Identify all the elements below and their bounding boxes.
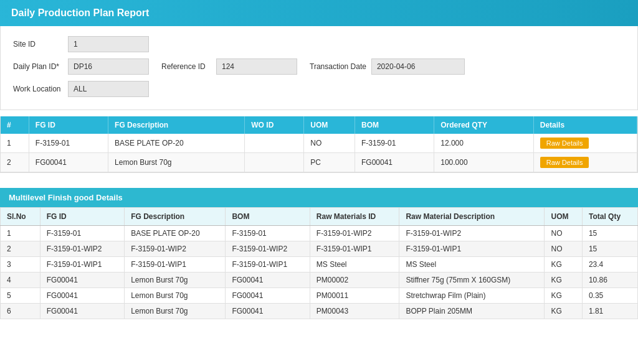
cell-fg-id: FG00041 [29,153,108,172]
multilevel-table: Sl.No FG ID FG Description BOM Raw Mater… [0,207,638,319]
ml-cell-fg-desc: Lemon Burst 70g [125,288,226,304]
ml-cell-fg-id: F-3159-01-WIP1 [40,257,124,273]
multilevel-header-row: Sl.No FG ID FG Description BOM Raw Mater… [1,208,638,226]
col-num: # [1,116,29,134]
cell-num: 2 [1,153,29,172]
ml-cell-total-qty: 0.35 [582,288,637,304]
table-row: 1 F-3159-01 BASE PLATE OP-20 NO F-3159-0… [1,134,637,153]
ml-cell-rm-id: PM00043 [310,304,399,319]
cell-details: Raw Details [533,134,637,153]
ml-col-fg-id: FG ID [40,208,124,226]
ml-col-bom: BOM [226,208,310,226]
ml-cell-rm-id: PM00011 [310,288,399,304]
cell-ordered-qty: 100.000 [434,153,534,172]
top-table-section: # FG ID FG Description WO ID UOM BOM Ord… [0,116,638,173]
ml-cell-rm-id: MS Steel [310,257,399,273]
list-item: 5 FG00041 Lemon Burst 70g FG00041 PM0001… [1,288,638,304]
cell-bom: F-3159-01 [355,134,434,153]
ml-col-rm-desc: Raw Material Description [399,208,545,226]
ml-cell-slno: 5 [1,288,40,304]
ml-cell-slno: 6 [1,304,40,319]
col-uom: UOM [304,116,355,134]
ml-cell-total-qty: 15 [582,226,637,241]
work-location-label: Work Location [13,85,63,93]
ml-cell-total-qty: 15 [582,241,637,257]
ml-col-slno: Sl.No [1,208,40,226]
ml-cell-fg-desc: F-3159-01-WIP1 [125,257,226,273]
ml-cell-bom: F-3159-01 [226,226,310,241]
site-id-field: Site ID [13,36,149,52]
page-wrapper: Daily Production Plan Report Site ID Dai… [0,0,638,319]
cell-bom: FG00041 [355,153,434,172]
cell-ordered-qty: 12.000 [434,134,534,153]
ml-cell-rm-desc: BOPP Plain 205MM [399,304,545,319]
ml-cell-fg-desc: BASE PLATE OP-20 [125,226,226,241]
page-title: Daily Production Plan Report [11,7,149,18]
cell-fg-id: F-3159-01 [29,134,108,153]
work-location-input[interactable] [68,81,149,97]
cell-wo-id [245,134,304,153]
daily-plan-id-input[interactable] [68,58,149,75]
ml-col-uom: UOM [545,208,582,226]
reference-id-label: Reference ID [161,62,211,71]
list-item: 4 FG00041 Lemon Burst 70g FG00041 PM0000… [1,273,638,288]
ml-cell-total-qty: 23.4 [582,257,637,273]
ml-col-total-qty: Total Qty [582,208,637,226]
cell-fg-desc: BASE PLATE OP-20 [108,134,245,153]
ml-cell-rm-desc: MS Steel [399,257,545,273]
site-id-label: Site ID [13,40,63,49]
ml-cell-rm-desc: Stiffner 75g (75mm X 160GSM) [399,273,545,288]
ml-cell-bom: FG00041 [226,304,310,319]
main-table: # FG ID FG Description WO ID UOM BOM Ord… [1,116,637,172]
cell-details: Raw Details [533,153,637,172]
site-id-input[interactable] [68,36,149,52]
col-fg-desc: FG Description [108,116,245,134]
ml-cell-rm-desc: F-3159-01-WIP1 [399,241,545,257]
ml-cell-fg-id: FG00041 [40,273,124,288]
ml-cell-fg-id: F-3159-01 [40,226,124,241]
list-item: 1 F-3159-01 BASE PLATE OP-20 F-3159-01 F… [1,226,638,241]
transaction-date-field: Transaction Date [310,58,465,75]
col-wo-id: WO ID [245,116,304,134]
reference-id-field: Reference ID [161,58,297,75]
ml-cell-rm-id: F-3159-01-WIP1 [310,241,399,257]
ml-cell-rm-desc: Stretchwrap Film (Plain) [399,288,545,304]
ml-cell-rm-desc: F-3159-01-WIP2 [399,226,545,241]
ml-col-fg-desc: FG Description [125,208,226,226]
page-header: Daily Production Plan Report [0,0,638,26]
transaction-date-label: Transaction Date [310,62,366,71]
transaction-date-input[interactable] [371,58,465,75]
cell-wo-id [245,153,304,172]
cell-uom: NO [304,134,355,153]
raw-details-button[interactable]: Raw Details [540,157,589,168]
multilevel-title: Multilevel Finish good Details [9,193,123,202]
form-section: Site ID Daily Plan ID* Reference ID Tran… [0,26,638,110]
ml-cell-bom: F-3159-01-WIP1 [226,257,310,273]
ml-cell-total-qty: 1.81 [582,304,637,319]
reference-id-input[interactable] [216,58,297,75]
ml-cell-slno: 1 [1,226,40,241]
ml-cell-uom: NO [545,226,582,241]
ml-cell-slno: 4 [1,273,40,288]
col-fg-id: FG ID [29,116,108,134]
ml-cell-fg-id: F-3159-01-WIP2 [40,241,124,257]
daily-plan-id-label: Daily Plan ID* [13,62,63,71]
ml-cell-uom: NO [545,241,582,257]
ml-cell-bom: F-3159-01-WIP2 [226,241,310,257]
ml-cell-bom: FG00041 [226,273,310,288]
ml-cell-fg-id: FG00041 [40,288,124,304]
list-item: 2 F-3159-01-WIP2 F-3159-01-WIP2 F-3159-0… [1,241,638,257]
ml-cell-fg-desc: Lemon Burst 70g [125,273,226,288]
ml-cell-fg-desc: Lemon Burst 70g [125,304,226,319]
cell-uom: PC [304,153,355,172]
ml-cell-rm-id: F-3159-01-WIP2 [310,226,399,241]
form-row-3: Work Location [13,81,625,97]
list-item: 3 F-3159-01-WIP1 F-3159-01-WIP1 F-3159-0… [1,257,638,273]
col-details: Details [533,116,637,134]
cell-fg-desc: Lemon Burst 70g [108,153,245,172]
raw-details-button[interactable]: Raw Details [540,138,589,149]
daily-plan-id-field: Daily Plan ID* [13,58,149,75]
ml-col-rm-id: Raw Materials ID [310,208,399,226]
ml-cell-bom: FG00041 [226,288,310,304]
ml-cell-rm-id: PM00002 [310,273,399,288]
